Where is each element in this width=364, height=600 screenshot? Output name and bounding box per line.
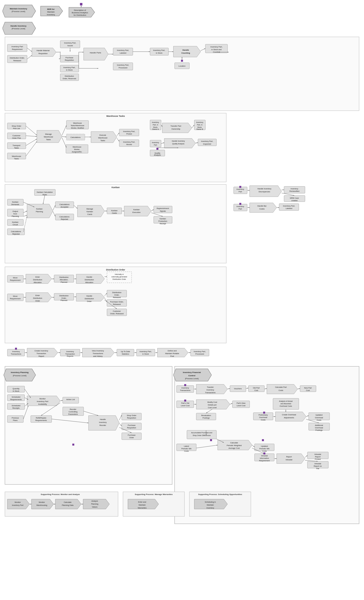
- svg-text:Move: Move: [13, 295, 17, 297]
- svg-text:Monitor: Monitor: [39, 501, 45, 503]
- svg-text:Handle Material: Handle Material: [37, 49, 50, 52]
- svg-text:Inventory Part,: Inventory Part,: [64, 42, 76, 44]
- svg-rect-298: [15, 348, 17, 350]
- svg-text:Requirement: Requirement: [10, 298, 21, 300]
- svg-text:Printed: Printed: [315, 458, 321, 460]
- svg-text:Average Cost: Average Cost: [228, 447, 240, 449]
- svg-text:Transaction: Transaction: [37, 352, 46, 355]
- maintain-inventory-label: Maintain Inventory: [10, 8, 27, 10]
- svg-text:Controlling: Controlling: [69, 411, 77, 413]
- diagram-container: Maintain Inventory (Process Level) BDR f…: [0, 0, 364, 600]
- svg-text:Analysis: Analysis: [154, 154, 161, 156]
- svg-text:Transactions: Transactions: [11, 353, 21, 355]
- svg-text:(Process Level): (Process Level): [185, 377, 199, 380]
- svg-text:Location: Location: [179, 65, 185, 67]
- svg-text:Warehouse: Warehouse: [73, 146, 81, 148]
- svg-text:Cost Level: Cost Level: [208, 406, 217, 409]
- svg-text:Supporting Process: Scheduling: Supporting Process: Scheduling Opportuni…: [198, 493, 242, 495]
- svg-text:Requisition: Requisition: [65, 59, 74, 61]
- svg-text:externally generated: externally generated: [111, 276, 127, 278]
- svg-text:Order: Order: [35, 300, 40, 302]
- svg-text:Periodic WA: Periodic WA: [182, 448, 192, 450]
- svg-text:Part's New: Part's New: [237, 402, 246, 404]
- svg-text:Reports: Reports: [67, 355, 74, 357]
- svg-text:Transfer: Transfer: [207, 386, 214, 388]
- svg-text:Inventory: Inventory: [207, 507, 214, 509]
- svg-text:Distribution Order: Distribution Order: [106, 269, 125, 271]
- svg-text:Handle: Handle: [86, 295, 92, 297]
- svg-rect-524: [184, 400, 186, 402]
- svg-text:Planning: Planning: [36, 210, 43, 213]
- svg-text:Handle: Handle: [86, 276, 92, 278]
- svg-text:Accumulated Purchase and: Accumulated Purchase and: [191, 432, 212, 434]
- svg-text:Inventory Part,: Inventory Part,: [117, 49, 129, 51]
- svg-text:View Inventory: View Inventory: [92, 350, 104, 352]
- svg-rect-525: [263, 412, 265, 414]
- svg-text:Inventory Part: Inventory Part: [12, 504, 24, 506]
- svg-text:Report: Report: [39, 355, 44, 357]
- svg-text:Inventory Part,: Inventory Part,: [140, 350, 152, 353]
- svg-text:Part, in: Part, in: [153, 124, 158, 126]
- svg-text:Handle: Handle: [182, 49, 189, 51]
- svg-text:Tasks: Tasks: [100, 139, 105, 142]
- svg-rect-523: [263, 452, 265, 454]
- svg-text:Counted: Counted: [213, 51, 220, 53]
- svg-text:Warehousing: Warehousing: [36, 504, 47, 506]
- svg-text:Analyze: Analyze: [91, 500, 98, 502]
- svg-text:Transaction: Transaction: [65, 353, 75, 355]
- svg-text:Order, Reserved: Order, Reserved: [62, 77, 76, 80]
- svg-text:Accepted: Accepted: [61, 206, 68, 208]
- svg-text:Released: Released: [113, 303, 121, 305]
- svg-text:Discrepancies: Discrepancies: [258, 191, 270, 193]
- svg-text:Receipts: Receipts: [12, 407, 19, 409]
- svg-text:Report: Report: [286, 456, 292, 458]
- svg-text:created: created: [291, 199, 297, 202]
- svg-text:Inventory: Inventory: [291, 188, 298, 190]
- svg-text:Planned: Planned: [61, 299, 67, 301]
- svg-text:Order Pick: Order Pick: [12, 137, 21, 139]
- svg-text:Inventory Part: Inventory Part: [37, 400, 49, 403]
- svg-text:Assigned/Re-: Assigned/Re-: [72, 151, 82, 153]
- svg-rect-392: [184, 384, 186, 386]
- svg-text:Inventory Part,: Inventory Part,: [153, 49, 165, 51]
- svg-text:Calculations: Calculations: [71, 136, 81, 138]
- svg-text:Kanban: Kanban: [160, 218, 166, 220]
- svg-text:Requisition: Requisition: [127, 427, 136, 429]
- svg-text:Inventory: Inventory: [99, 421, 107, 423]
- svg-text:Transactions: Transactions: [93, 352, 103, 355]
- svg-text:Picked: Picked: [126, 133, 132, 135]
- svg-text:Parameters: Parameters: [68, 413, 78, 415]
- svg-text:Handle Parts: Handle Parts: [90, 52, 101, 54]
- svg-text:Scheduling in: Scheduling in: [205, 501, 216, 503]
- svg-text:Inventory Part,: Inventory Part,: [211, 46, 223, 48]
- svg-rect-214: [239, 186, 241, 188]
- svg-text:Warranties: Warranties: [138, 507, 147, 509]
- svg-text:Requirement: Requirement: [12, 48, 23, 50]
- svg-text:Scheduled: Scheduled: [12, 396, 20, 398]
- svg-text:MRB Case: MRB Case: [290, 197, 299, 199]
- svg-text:Costs: Costs: [261, 419, 265, 421]
- svg-text:Description of: Description of: [74, 9, 86, 11]
- svg-text:Inventory Part,: Inventory Part,: [201, 140, 213, 142]
- svg-text:for Distribution: for Distribution: [74, 14, 86, 16]
- svg-text:Replenishment: Replenishment: [157, 207, 169, 210]
- svg-text:Pool: Pool: [170, 355, 174, 357]
- svg-text:Inventory Part,: Inventory Part,: [194, 350, 206, 353]
- svg-text:Part: Part: [239, 208, 242, 210]
- svg-text:Tasks: Tasks: [14, 158, 19, 160]
- svg-text:Enter: Enter: [35, 276, 40, 278]
- svg-text:from: from: [14, 213, 17, 215]
- svg-text:Processed: Processed: [119, 67, 127, 69]
- svg-text:Kanban: Kanban: [133, 209, 140, 211]
- svg-text:Quality Analysis: Quality Analysis: [172, 143, 184, 145]
- svg-text:Periodic Weighted: Periodic Weighted: [227, 444, 242, 447]
- svg-rect-522: [262, 439, 264, 441]
- svg-text:Handle Inventory: Handle Inventory: [11, 25, 27, 27]
- svg-text:Purchase: Purchase: [65, 57, 73, 59]
- svg-text:Preliminary: Preliminary: [258, 414, 268, 416]
- svg-rect-76: [5, 113, 226, 182]
- svg-text:Reorder: Reorder: [99, 424, 106, 426]
- svg-text:Kanban: Kanban: [87, 210, 93, 213]
- svg-text:Costs: Costs: [262, 450, 267, 452]
- svg-text:BDR for: BDR for: [47, 8, 55, 10]
